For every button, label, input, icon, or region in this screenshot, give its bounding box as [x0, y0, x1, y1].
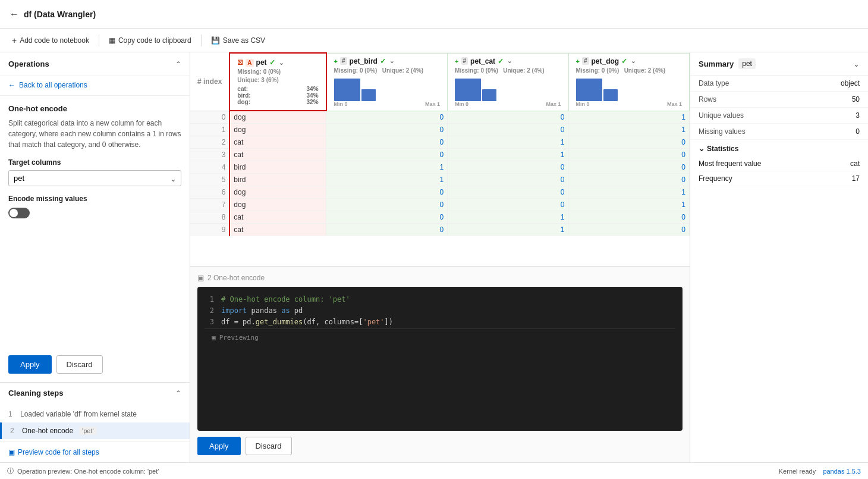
cell-index: 8: [190, 211, 229, 224]
cell-pet: cat: [229, 149, 326, 161]
pet-bird-stats: Missing: 0 (0%) Unique: 2 (4%): [334, 67, 441, 75]
cleaning-item-1-text: Loaded variable 'df' from kernel state: [20, 410, 137, 418]
pet-dog-col-expand-icon: ⌄: [631, 58, 636, 64]
copy-icon: ▦: [109, 36, 115, 45]
pet-check-icon: ✓: [269, 58, 275, 67]
table-row: 1dog001: [190, 124, 690, 136]
pet-cat-bars: [455, 77, 561, 101]
cell-pet-bird: 0: [326, 224, 448, 236]
data-type-row: Data type object: [690, 76, 868, 92]
col-header-pet-dog[interactable]: + # pet_dog ✓ ⌄ Missing: 0 (0%) Unique: …: [568, 53, 689, 111]
pet-cat-col-expand-icon: ⌄: [507, 58, 512, 64]
col-header-pet-bird[interactable]: + # pet_bird ✓ ⌄ Missing: 0 (0%) Unique:…: [326, 53, 448, 111]
unique-values-label: Unique values: [699, 111, 744, 120]
cell-pet-cat: 0: [448, 174, 568, 186]
most-frequent-label: Most frequent value: [699, 159, 761, 168]
pet-dog-bar-1: [576, 79, 602, 101]
save-csv-label: Save as CSV: [223, 36, 265, 45]
pet-bird-expand-icon[interactable]: +: [334, 58, 338, 65]
pet-cat-expand-icon[interactable]: +: [455, 58, 458, 65]
cell-pet: cat: [229, 136, 326, 149]
summary-title: Summary: [699, 60, 734, 68]
code-num-icon: ▣: [197, 274, 204, 282]
pet-col-label: pet: [256, 58, 267, 67]
col-header-index-content: # index: [194, 75, 225, 88]
pet-cat-stats: Missing: 0 (0%) Unique: 2 (4%): [455, 67, 561, 75]
pet-cat-check-icon: ✓: [498, 57, 504, 65]
cell-index: 2: [190, 136, 229, 149]
cell-index: 5: [190, 174, 229, 186]
pet-bird-bars: [334, 77, 441, 101]
pet-bird-col-expand-icon: ⌄: [389, 58, 394, 64]
col-header-index: # index: [190, 53, 229, 111]
cleaning-steps-title: Cleaning steps: [8, 389, 63, 397]
cleaning-item-2-badge: 'pet': [79, 427, 97, 435]
pet-dog-expand-icon[interactable]: +: [576, 58, 580, 65]
pet-dog-bar-labels: Min 0Max 1: [576, 101, 682, 107]
back-to-operations-link[interactable]: ← Back to all operations: [0, 76, 190, 96]
table-row: 5bird100: [190, 174, 690, 186]
cell-pet: dog: [229, 124, 326, 136]
col-header-pet[interactable]: ☒ A pet ✓ ⌄ Missing: 0 (0%) Unique: 3 (6…: [229, 53, 326, 111]
left-panel: Operations ⌃ ← Back to all operations On…: [0, 52, 190, 462]
back-arrow-icon[interactable]: ←: [10, 9, 19, 20]
save-csv-button[interactable]: 💾 Save as CSV: [206, 34, 270, 47]
cell-pet-bird: 0: [326, 199, 448, 211]
target-columns-select[interactable]: pet: [8, 170, 181, 186]
missing-values-row: Missing values 0: [690, 124, 868, 140]
col-header-pet-bird-content: + # pet_bird ✓ ⌄ Missing: 0 (0%) Unique:…: [331, 55, 444, 109]
top-bar: ← df (Data Wrangler): [0, 0, 868, 29]
rows-row: Rows 50: [690, 92, 868, 108]
cleaning-collapse-button[interactable]: ⌃: [175, 389, 181, 397]
cell-pet-cat: 1: [448, 149, 568, 161]
pet-close-icon[interactable]: ☒: [237, 59, 243, 67]
cell-pet-dog: 1: [568, 186, 689, 199]
col-header-pet-cat[interactable]: + # pet_cat ✓ ⌄ Missing: 0 (0%) Unique: …: [448, 53, 568, 111]
pet-dist: cat: 34% bird: 34% dog: 32%: [237, 86, 318, 105]
discard-button[interactable]: Discard: [56, 355, 103, 374]
col-header-pet-dog-content: + # pet_dog ✓ ⌄ Missing: 0 (0%) Unique: …: [573, 55, 685, 109]
operations-title: Operations: [8, 60, 49, 68]
right-panel: Summary pet ⌄ Data type object Rows 50 U…: [690, 52, 868, 462]
preview-code-link[interactable]: ▣ Preview code for all steps: [0, 442, 190, 462]
data-grid-wrap[interactable]: # index ☒ A pet ✓: [190, 52, 690, 267]
back-icon: ←: [8, 81, 15, 89]
code-content-1: # One-hot encode column: 'pet': [221, 294, 350, 305]
copy-code-button[interactable]: ▦ Copy code to clipboard: [104, 34, 196, 47]
cleaning-item-1[interactable]: 1 Loaded variable 'df' from kernel state: [0, 406, 190, 422]
cell-pet-bird: 0: [326, 136, 448, 149]
code-op-label: 2 One-hot encode: [207, 274, 265, 282]
col-header-pet-dog-top: + # pet_dog ✓ ⌄: [576, 57, 682, 65]
pet-cat-bar-labels: Min 0Max 1: [455, 101, 561, 107]
pet-bird-type-icon: #: [340, 57, 347, 65]
toggle-knob: [10, 209, 18, 217]
operations-collapse-button[interactable]: ⌃: [175, 60, 181, 68]
cell-pet: dog: [229, 199, 326, 211]
table-row: 7dog001: [190, 199, 690, 211]
cell-pet-dog: 1: [568, 111, 689, 124]
line-num-1: 1: [205, 294, 214, 305]
index-label: # index: [197, 77, 222, 86]
code-discard-button[interactable]: Discard: [246, 437, 292, 455]
code-apply-button[interactable]: Apply: [197, 437, 241, 455]
app-title-text: df (Data Wrangler): [24, 10, 96, 19]
encode-missing-toggle[interactable]: [8, 208, 30, 218]
pet-dog-col-label: pet_dog: [592, 57, 619, 65]
summary-expand-icon[interactable]: ⌄: [853, 60, 860, 68]
add-code-button[interactable]: + Add code to notebook: [7, 33, 94, 48]
pet-dog-check-icon: ✓: [621, 57, 627, 65]
statistics-title[interactable]: ⌄ Statistics: [699, 145, 860, 153]
apply-button[interactable]: Apply: [8, 355, 52, 374]
back-link-text: Back to all operations: [19, 81, 87, 89]
code-bottom-buttons: Apply Discard: [197, 431, 683, 455]
cell-pet-bird: 0: [326, 211, 448, 224]
code-editor[interactable]: 1 # One-hot encode column: 'pet' 2 impor…: [197, 287, 683, 431]
line-num-3: 3: [205, 317, 214, 328]
cell-pet-bird: 1: [326, 161, 448, 174]
cleaning-header: Cleaning steps ⌃: [0, 383, 190, 403]
pet-cat-bar-2: [482, 89, 496, 101]
cell-pet: cat: [229, 224, 326, 236]
cleaning-item-2[interactable]: 2 One-hot encode 'pet': [0, 422, 190, 439]
cell-pet-dog: 1: [568, 199, 689, 211]
cleaning-items-list: 1 Loaded variable 'df' from kernel state…: [0, 403, 190, 442]
